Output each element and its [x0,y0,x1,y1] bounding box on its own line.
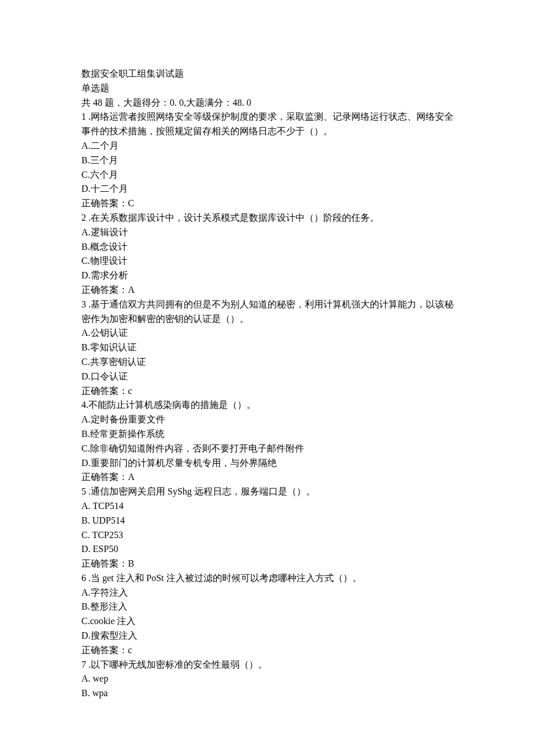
question-option: A.字符注入 [81,586,454,600]
question-text: 3 .基于通信双方共同拥有的但是不为别人知道的秘密，利用计算机强大的计算能力，以… [81,298,454,327]
question-option: C.cookie 注入 [81,614,454,629]
question-option: B.整形注入 [81,600,454,614]
answer-line: 正确答案：A [81,470,454,485]
question-text: 6 .当 get 注入和 PoSt 注入被过滤的时候可以考虑哪种注入方式（）。 [81,571,454,586]
question-text: 5 .通信加密网关启用 SyShg 远程日志，服务端口是（）。 [81,485,454,499]
question-option: B. wpa [81,686,454,701]
question-text: 2 .在关系数据库设计中，设计关系模式是数据库设计中（）阶段的任务。 [81,211,454,225]
answer-line: 正确答案：c [81,384,454,399]
question-option: B.零知识认证 [81,341,454,355]
question-option: B. UDP514 [81,514,454,528]
question-option: A.定时备份重要文件 [81,413,454,427]
document-page: 数据安全职工组集训试题 单选题 共 48 题，大题得分：0. 0,大题满分：48… [0,0,535,756]
question-option: D.十二个月 [81,182,454,196]
question-option: C.六个月 [81,168,454,182]
question-text: 4.不能防止计算机感染病毒的措施是（）。 [81,398,454,413]
question-option: B.经常更新操作系统 [81,427,454,442]
answer-line: 正确答案：B [81,557,454,571]
questions-container: 1 .网络运营者按照网络安全等级保护制度的要求，采取监测、记录网络运行状态、网络… [81,110,454,701]
question-option: B.概念设计 [81,240,454,255]
question-option: C.除非确切知道附件内容，否则不要打开电子邮件附件 [81,442,454,456]
question-option: B.三个月 [81,153,454,168]
summary-line: 共 48 题，大题得分：0. 0,大题满分：48. 0 [81,96,454,110]
question-option: D.口令认证 [81,370,454,384]
question-text: 7 .以下哪种无线加密标准的安全性最弱（）。 [81,658,454,672]
question-option: A.逻辑设计 [81,225,454,240]
question-option: D.需求分析 [81,268,454,283]
question-option: C.物理设计 [81,254,454,268]
question-option: A.二个月 [81,139,454,153]
answer-line: 正确答案：c [81,643,454,658]
question-option: A. wep [81,672,454,686]
question-text: 1 .网络运营者按照网络安全等级保护制度的要求，采取监测、记录网络运行状态、网络… [81,110,454,139]
question-option: C. TCP253 [81,528,454,543]
question-option: D.搜索型注入 [81,629,454,643]
question-option: A.公钥认证 [81,326,454,341]
answer-line: 正确答案：A [81,283,454,298]
question-option: D.重要部门的计算机尽量专机专用，与外界隔绝 [81,456,454,471]
document-title: 数据安全职工组集训试题 [81,67,454,81]
section-heading: 单选题 [81,81,454,96]
question-option: A. TCP514 [81,499,454,514]
question-option: D. ESP50 [81,542,454,557]
answer-line: 正确答案：C [81,196,454,211]
question-option: C.共享密钥认证 [81,355,454,370]
